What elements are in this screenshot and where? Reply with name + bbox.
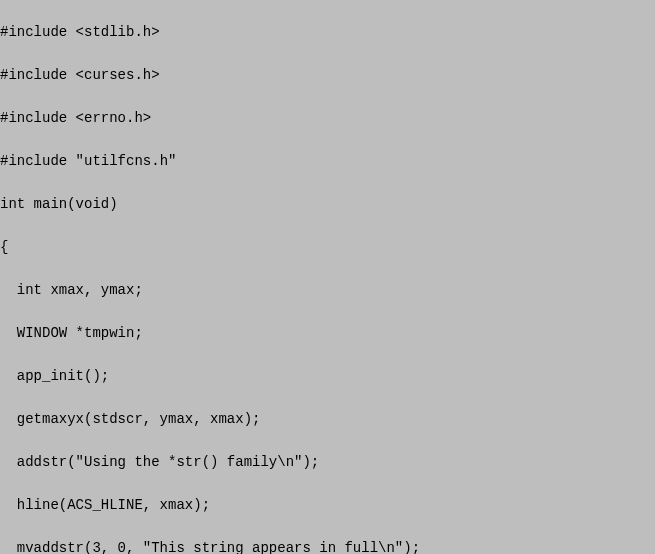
- code-line: int main(void): [0, 194, 655, 216]
- code-line: getmaxyx(stdscr, ymax, xmax);: [0, 409, 655, 431]
- code-line: #include <errno.h>: [0, 108, 655, 130]
- code-line: addstr("Using the *str() family\n");: [0, 452, 655, 474]
- code-line: WINDOW *tmpwin;: [0, 323, 655, 345]
- code-line: #include "utilfcns.h": [0, 151, 655, 173]
- code-line: {: [0, 237, 655, 259]
- code-line: app_init();: [0, 366, 655, 388]
- code-line: #include <stdlib.h>: [0, 22, 655, 44]
- code-line: int xmax, ymax;: [0, 280, 655, 302]
- code-line: #include <curses.h>: [0, 65, 655, 87]
- code-line: mvaddstr(3, 0, "This string appears in f…: [0, 538, 655, 555]
- code-line: hline(ACS_HLINE, xmax);: [0, 495, 655, 517]
- code-block: #include <stdlib.h> #include <curses.h> …: [0, 0, 655, 554]
